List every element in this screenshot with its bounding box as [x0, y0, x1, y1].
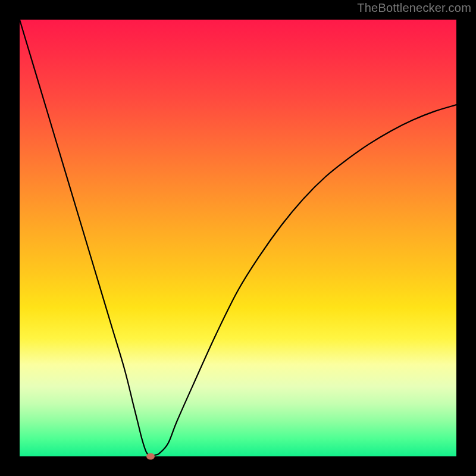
plot-area	[20, 20, 456, 456]
curve-svg	[20, 20, 456, 456]
optimal-point-marker	[146, 453, 155, 460]
chart-frame: TheBottlenecker.com	[0, 0, 476, 476]
watermark-text: TheBottlenecker.com	[357, 1, 471, 15]
bottleneck-curve-line	[20, 20, 456, 456]
